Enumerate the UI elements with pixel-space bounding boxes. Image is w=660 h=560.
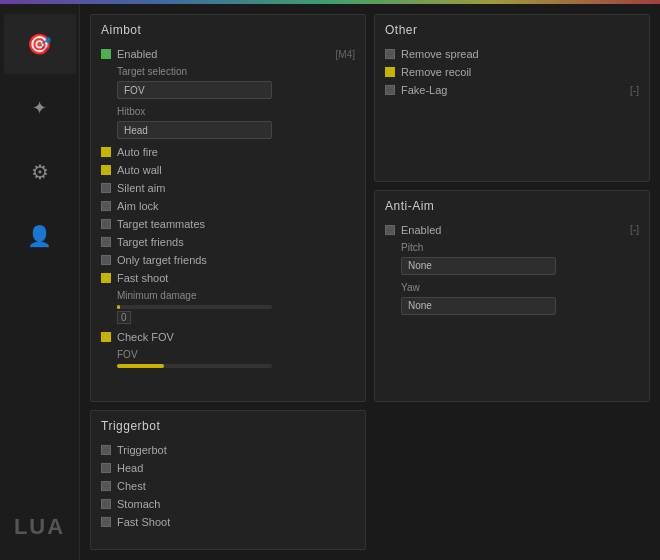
triggerbot-stomach-row: Stomach: [101, 495, 355, 513]
remove-spread-checkbox[interactable]: [385, 49, 395, 59]
misc-icon: ⚙: [31, 162, 49, 182]
min-damage-slider-container: 0: [117, 305, 272, 324]
target-selection-label: Target selection: [101, 63, 355, 79]
fake-lag-label: Fake-Lag: [401, 84, 447, 96]
yaw-dropdown[interactable]: None: [401, 297, 556, 315]
triggerbot-panel: Triggerbot Triggerbot Head Chest Stomach…: [90, 410, 366, 550]
fake-lag-checkbox[interactable]: [385, 85, 395, 95]
sidebar-item-misc[interactable]: ⚙: [4, 142, 76, 202]
target-selection-value: FOV: [124, 85, 145, 96]
triggerbot-title: Triggerbot: [101, 419, 355, 433]
fast-shoot-row: Fast shoot: [101, 269, 355, 287]
aimlock-row: Aim lock: [101, 197, 355, 215]
autofire-label: Auto fire: [117, 146, 158, 158]
remove-recoil-row: Remove recoil: [385, 63, 639, 81]
pitch-value: None: [408, 260, 432, 271]
aimbot-enabled-checkbox[interactable]: [101, 49, 111, 59]
target-teammates-row: Target teammates: [101, 215, 355, 233]
min-damage-value: 0: [117, 311, 131, 324]
triggerbot-chest-row: Chest: [101, 477, 355, 495]
autowall-row: Auto wall: [101, 161, 355, 179]
fov-slider-fill: [117, 364, 164, 368]
visuals-icon: ✦: [32, 99, 47, 117]
fov-label: FOV: [101, 346, 355, 362]
target-friends-checkbox[interactable]: [101, 237, 111, 247]
fast-shoot-checkbox[interactable]: [101, 273, 111, 283]
players-icon: 👤: [27, 226, 52, 246]
only-target-friends-checkbox[interactable]: [101, 255, 111, 265]
aimbot-enabled-row: Enabled [M4]: [101, 45, 355, 63]
fake-lag-keybind: [-]: [630, 85, 639, 96]
lua-label: LUA: [14, 514, 65, 540]
anti-aim-enabled-label: Enabled: [401, 224, 441, 236]
triggerbot-fastshoot-label: Fast Shoot: [117, 516, 170, 528]
only-target-friends-row: Only target friends: [101, 251, 355, 269]
sidebar: 🎯 ✦ ⚙ 👤 LUA: [0, 4, 80, 560]
aimbot-icon: 🎯: [27, 34, 52, 54]
sidebar-item-visuals[interactable]: ✦: [4, 78, 76, 138]
aimlock-label: Aim lock: [117, 200, 159, 212]
fake-lag-row: Fake-Lag [-]: [385, 81, 639, 99]
anti-aim-panel: Anti-Aim Enabled [-] Pitch None Yaw None: [374, 190, 650, 402]
triggerbot-row: Triggerbot: [101, 441, 355, 459]
triggerbot-fastshoot-row: Fast Shoot: [101, 513, 355, 531]
other-title: Other: [385, 23, 639, 37]
anti-aim-enabled-checkbox[interactable]: [385, 225, 395, 235]
target-friends-row: Target friends: [101, 233, 355, 251]
aimlock-checkbox[interactable]: [101, 201, 111, 211]
aimbot-enabled-keybind: [M4]: [336, 49, 355, 60]
autofire-row: Auto fire: [101, 143, 355, 161]
check-fov-row: Check FOV: [101, 328, 355, 346]
silentaim-row: Silent aim: [101, 179, 355, 197]
triggerbot-chest-label: Chest: [117, 480, 146, 492]
autofire-checkbox[interactable]: [101, 147, 111, 157]
fov-slider-container: [117, 364, 272, 368]
pitch-label: Pitch: [385, 239, 639, 255]
triggerbot-chest-checkbox[interactable]: [101, 481, 111, 491]
aimbot-enabled-label: Enabled: [117, 48, 157, 60]
content-area: Aimbot Enabled [M4] Target selection FOV…: [80, 4, 660, 560]
remove-spread-row: Remove spread: [385, 45, 639, 63]
min-damage-label: Minimum damage: [101, 287, 355, 303]
min-damage-slider-track[interactable]: [117, 305, 272, 309]
triggerbot-fastshoot-checkbox[interactable]: [101, 517, 111, 527]
remove-recoil-label: Remove recoil: [401, 66, 471, 78]
triggerbot-label: Triggerbot: [117, 444, 167, 456]
only-target-friends-label: Only target friends: [117, 254, 207, 266]
target-teammates-checkbox[interactable]: [101, 219, 111, 229]
remove-recoil-checkbox[interactable]: [385, 67, 395, 77]
yaw-label: Yaw: [385, 279, 639, 295]
sidebar-item-players[interactable]: 👤: [4, 206, 76, 266]
silentaim-checkbox[interactable]: [101, 183, 111, 193]
aimbot-panel: Aimbot Enabled [M4] Target selection FOV…: [90, 14, 366, 402]
hitbox-label: Hitbox: [101, 103, 355, 119]
remove-spread-label: Remove spread: [401, 48, 479, 60]
target-friends-label: Target friends: [117, 236, 184, 248]
triggerbot-stomach-checkbox[interactable]: [101, 499, 111, 509]
target-teammates-label: Target teammates: [117, 218, 205, 230]
aimbot-title: Aimbot: [101, 23, 355, 37]
sidebar-item-aimbot[interactable]: 🎯: [4, 14, 76, 74]
hitbox-dropdown[interactable]: Head: [117, 121, 272, 139]
triggerbot-checkbox[interactable]: [101, 445, 111, 455]
anti-aim-title: Anti-Aim: [385, 199, 639, 213]
fast-shoot-label: Fast shoot: [117, 272, 168, 284]
other-panel: Other Remove spread Remove recoil Fake-L…: [374, 14, 650, 182]
yaw-value: None: [408, 300, 432, 311]
anti-aim-enabled-row: Enabled [-]: [385, 221, 639, 239]
autowall-checkbox[interactable]: [101, 165, 111, 175]
hitbox-value: Head: [124, 125, 148, 136]
pitch-dropdown[interactable]: None: [401, 257, 556, 275]
autowall-label: Auto wall: [117, 164, 162, 176]
triggerbot-stomach-label: Stomach: [117, 498, 160, 510]
anti-aim-keybind: [-]: [630, 224, 639, 235]
check-fov-label: Check FOV: [117, 331, 174, 343]
min-damage-slider-fill: [117, 305, 120, 309]
silentaim-label: Silent aim: [117, 182, 165, 194]
triggerbot-head-checkbox[interactable]: [101, 463, 111, 473]
target-selection-dropdown[interactable]: FOV: [117, 81, 272, 99]
check-fov-checkbox[interactable]: [101, 332, 111, 342]
triggerbot-head-label: Head: [117, 462, 143, 474]
fov-slider-track[interactable]: [117, 364, 272, 368]
triggerbot-head-row: Head: [101, 459, 355, 477]
